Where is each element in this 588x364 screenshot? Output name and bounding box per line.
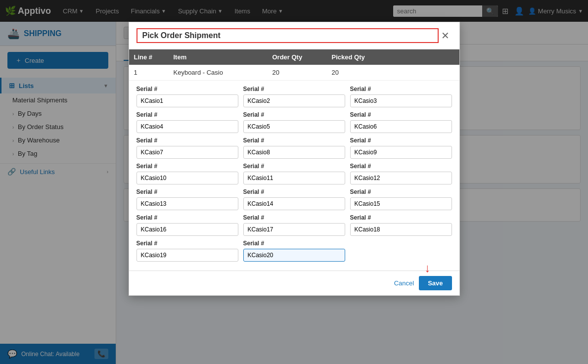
cell-line: 1 (134, 69, 174, 76)
serial-input-1[interactable] (136, 94, 238, 107)
cell-item: Keyboard - Casio (174, 69, 272, 76)
serial-group-3: Serial # Serial # Serial # (136, 137, 452, 159)
serial-label-4c: Serial # (350, 163, 452, 170)
serial-input-20[interactable] (243, 249, 345, 262)
serial-labels-2: Serial # Serial # Serial # (136, 111, 452, 118)
serial-label-1a: Serial # (136, 86, 238, 92)
serial-label-4b: Serial # (243, 163, 345, 170)
serial-label-2a: Serial # (136, 111, 238, 118)
col-line-header: Line # (134, 53, 174, 61)
pick-order-shipment-modal: Pick Order Shipment ✕ Line # Item Order … (129, 22, 460, 296)
serial-group-6: Serial # Serial # Serial # (136, 214, 452, 236)
serial-label-3b: Serial # (243, 137, 345, 144)
serial-label-1c: Serial # (350, 86, 452, 92)
serial-label-5a: Serial # (136, 188, 238, 195)
serial-input-16[interactable] (136, 223, 238, 236)
serial-labels-4: Serial # Serial # Serial # (136, 163, 452, 170)
table-header: Line # Item Order Qty Picked Qty (129, 49, 459, 65)
modal-overlay: Pick Order Shipment ✕ Line # Item Order … (0, 0, 588, 364)
cell-order-qty: 20 (272, 69, 332, 76)
serial-label-6a: Serial # (136, 214, 238, 221)
serial-input-15[interactable] (350, 197, 452, 210)
serial-input-9[interactable] (350, 146, 452, 159)
serial-label-3a: Serial # (136, 137, 238, 144)
serial-labels-3: Serial # Serial # Serial # (136, 137, 452, 144)
serial-label-2c: Serial # (350, 111, 452, 118)
serial-inputs-1 (136, 94, 452, 107)
serial-label-7a: Serial # (136, 240, 238, 247)
serial-inputs-5 (136, 197, 452, 210)
serial-label-1b: Serial # (243, 86, 345, 92)
serial-label-6c: Serial # (350, 214, 452, 221)
modal-close-button[interactable]: ✕ (439, 30, 452, 42)
serial-input-11[interactable] (243, 172, 345, 184)
serial-input-18[interactable] (350, 223, 452, 236)
serial-input-7[interactable] (136, 146, 238, 159)
serial-label-5b: Serial # (243, 188, 345, 195)
serial-inputs-4 (136, 172, 452, 184)
col-order-qty-header: Order Qty (272, 53, 332, 61)
cell-picked-qty: 20 (332, 69, 406, 76)
serial-input-13[interactable] (136, 197, 238, 210)
serial-inputs-6 (136, 223, 452, 236)
serial-group-1: Serial # Serial # Serial # (136, 86, 452, 107)
save-button[interactable]: Save (419, 276, 452, 290)
serial-group-7: Serial # Serial # (136, 240, 452, 262)
serial-input-10[interactable] (136, 172, 238, 184)
serial-input-5[interactable] (243, 120, 345, 133)
serial-label-5c: Serial # (350, 188, 452, 195)
serial-labels-7: Serial # Serial # (136, 240, 452, 247)
serial-labels-5: Serial # Serial # Serial # (136, 188, 452, 195)
col-item-header: Item (174, 53, 272, 61)
modal-body: Serial # Serial # Serial # Serial # Seri… (129, 81, 459, 271)
serial-input-12[interactable] (350, 172, 452, 184)
serial-inputs-2 (136, 120, 452, 133)
serial-input-6[interactable] (350, 120, 452, 133)
serial-labels-1: Serial # Serial # Serial # (136, 86, 452, 92)
serial-inputs-3 (136, 146, 452, 159)
serial-group-2: Serial # Serial # Serial # (136, 111, 452, 133)
serial-input-14[interactable] (243, 197, 345, 210)
serial-label-2b: Serial # (243, 111, 345, 118)
modal-title: Pick Order Shipment (136, 28, 439, 43)
serial-label-6b: Serial # (243, 214, 345, 221)
serial-input-4[interactable] (136, 120, 238, 133)
serial-label-7b: Serial # (243, 240, 345, 247)
serial-input-17[interactable] (243, 223, 345, 236)
serial-input-19[interactable] (136, 249, 238, 262)
serial-label-4a: Serial # (136, 163, 238, 170)
serial-input-3[interactable] (350, 94, 452, 107)
serial-inputs-7 (136, 249, 452, 262)
serial-group-4: Serial # Serial # Serial # (136, 163, 452, 184)
col-picked-qty-header: Picked Qty (332, 53, 406, 61)
modal-header: Pick Order Shipment ✕ (129, 22, 459, 49)
serial-input-2[interactable] (243, 94, 345, 107)
serial-input-8[interactable] (243, 146, 345, 159)
serial-labels-6: Serial # Serial # Serial # (136, 214, 452, 221)
save-arrow-indicator: ↓ (425, 261, 431, 275)
serial-group-5: Serial # Serial # Serial # (136, 188, 452, 210)
serial-label-3c: Serial # (350, 137, 452, 144)
cancel-button[interactable]: Cancel (394, 279, 414, 287)
modal-footer: ↓ Cancel Save (129, 271, 459, 295)
table-data-row: 1 Keyboard - Casio 20 20 (129, 65, 459, 81)
